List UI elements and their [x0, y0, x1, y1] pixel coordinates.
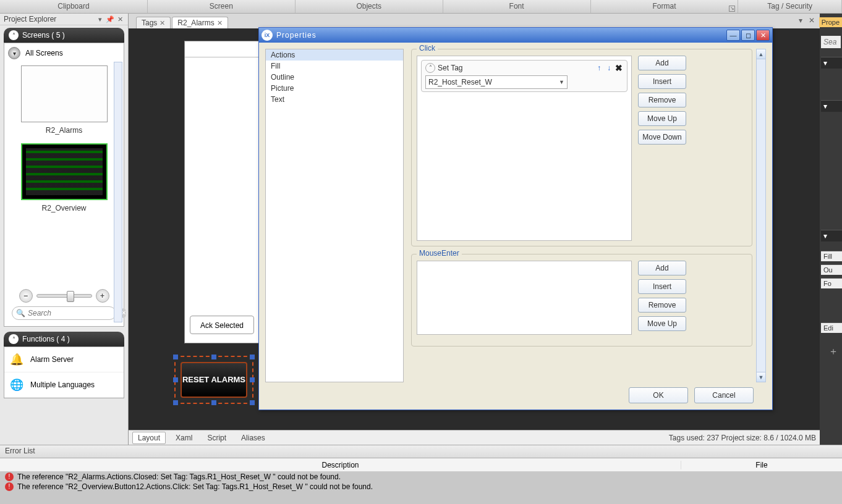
- cancel-button[interactable]: Cancel: [694, 387, 754, 403]
- ribbon-group-objects[interactable]: Objects: [296, 0, 443, 13]
- move-up-button[interactable]: Move Up: [638, 111, 686, 126]
- add-button[interactable]: Add: [638, 261, 686, 275]
- category-picture[interactable]: Picture: [266, 83, 403, 94]
- move-up-icon[interactable]: ↑: [595, 64, 603, 72]
- reset-alarms-button[interactable]: RESET ALARMS: [181, 362, 247, 398]
- scroll-down-icon[interactable]: ▼: [757, 372, 765, 382]
- zoom-in-icon[interactable]: ＋: [828, 345, 838, 358]
- right-search[interactable]: [821, 36, 841, 48]
- right-item-edit[interactable]: Edi: [821, 322, 842, 333]
- move-down-icon[interactable]: ↓: [605, 64, 613, 72]
- view-tab-script[interactable]: Script: [202, 432, 231, 443]
- move-down-button[interactable]: Move Down: [638, 130, 686, 145]
- zoom-out-button[interactable]: −: [19, 289, 33, 303]
- view-tab-aliases[interactable]: Aliases: [236, 432, 270, 443]
- right-item-font[interactable]: Fo: [821, 278, 842, 288]
- chevron-down-icon: ▼: [559, 79, 564, 85]
- search-input[interactable]: [28, 309, 121, 317]
- remove-button[interactable]: Remove: [638, 93, 686, 107]
- screens-list: ▾ All Screens R2_Alarms R2_Overview − +: [4, 43, 124, 327]
- category-fill[interactable]: Fill: [266, 61, 403, 72]
- selected-element[interactable]: RESET ALARMS: [174, 356, 253, 404]
- ribbon-group-clipboard[interactable]: Clipboard: [0, 0, 148, 13]
- close-icon[interactable]: ✕: [159, 19, 165, 27]
- screens-scrollbar[interactable]: [114, 62, 122, 322]
- column-description[interactable]: Description: [0, 461, 681, 469]
- right-section[interactable]: ▾: [821, 100, 842, 112]
- panel-pin-icon[interactable]: 📌: [106, 15, 114, 23]
- dialog-scrollbar[interactable]: ▲ ▼: [756, 49, 766, 382]
- all-screens-item[interactable]: ▾ All Screens: [8, 47, 120, 59]
- tag-dropdown[interactable]: R2_Host_Reset_W▼: [425, 75, 568, 89]
- ok-button[interactable]: OK: [629, 387, 688, 403]
- add-button[interactable]: Add: [638, 56, 686, 70]
- insert-button[interactable]: Insert: [638, 74, 686, 89]
- search-icon: 🔍: [16, 309, 25, 317]
- document-tabs: Tags✕ R2_Alarms✕ ▾ ✕: [129, 14, 820, 28]
- ribbon-group-tag-security[interactable]: Tag / Security: [738, 0, 842, 13]
- screens-accordion-header[interactable]: ˄ Screens ( 5 ): [4, 28, 124, 43]
- properties-panel-tab[interactable]: Prope: [819, 17, 842, 27]
- tab-r2-alarms[interactable]: R2_Alarms✕: [172, 17, 228, 28]
- category-actions[interactable]: Actions: [266, 49, 403, 61]
- move-up-button[interactable]: Move Up: [638, 316, 686, 331]
- panel-close-icon[interactable]: ✕: [116, 15, 124, 23]
- screen-thumb-r2-alarms[interactable]: [21, 65, 108, 122]
- bell-icon: 🔔: [8, 351, 25, 368]
- properties-dialog: iX Properties — ◻ ✕ Actions Fill Outline…: [258, 27, 773, 410]
- ribbon-group-screen[interactable]: Screen: [148, 0, 296, 13]
- format-dialog-launcher-icon[interactable]: ↘: [729, 6, 735, 12]
- error-text: The reference "R2_Overview.Button12.Acti…: [17, 482, 373, 491]
- action-set-tag[interactable]: ˄ Set Tag ↑ ↓ ✖ R2_Host_Reset_W▼: [421, 60, 627, 92]
- project-explorer-title: Project Explorer ▾ 📌 ✕: [0, 14, 128, 25]
- scroll-up-icon[interactable]: ▲: [757, 49, 765, 59]
- error-list-title[interactable]: Error List: [0, 445, 842, 458]
- panel-dropdown-icon[interactable]: ▾: [96, 15, 104, 23]
- tabs-dropdown-icon[interactable]: ▾: [799, 16, 802, 25]
- close-button[interactable]: ✕: [756, 30, 770, 41]
- right-item-fill[interactable]: Fill: [821, 251, 842, 261]
- mouseenter-actions-list: [417, 261, 632, 335]
- view-tab-xaml[interactable]: Xaml: [171, 432, 197, 443]
- function-multiple-languages[interactable]: 🌐 Multiple Languages: [4, 372, 124, 398]
- ribbon-group-labels: Clipboard Screen Objects Font Format↘ Ta…: [0, 0, 842, 14]
- column-file[interactable]: File: [681, 461, 842, 469]
- error-row[interactable]: ! The reference "R2_Overview.Button12.Ac…: [0, 482, 842, 492]
- category-text[interactable]: Text: [266, 94, 403, 105]
- functions-list: 🔔 Alarm Server 🌐 Multiple Languages: [4, 346, 124, 398]
- tab-tags[interactable]: Tags✕: [136, 17, 171, 28]
- zoom-slider[interactable]: [36, 294, 92, 298]
- functions-accordion-header[interactable]: ˄ Functions ( 4 ): [4, 332, 124, 346]
- ack-selected-button[interactable]: Ack Selected: [190, 316, 254, 334]
- screens-search[interactable]: 🔍 ✕: [12, 306, 116, 320]
- error-row[interactable]: ! The reference "R2_Alarms.Actions.Close…: [0, 472, 842, 482]
- close-icon[interactable]: ✕: [217, 19, 223, 27]
- right-section[interactable]: ▾: [821, 57, 842, 69]
- app-logo-icon: iX: [262, 30, 273, 41]
- click-legend: Click: [417, 44, 438, 52]
- remove-button[interactable]: Remove: [638, 298, 686, 313]
- right-search-input[interactable]: [821, 36, 841, 48]
- error-icon: !: [5, 482, 14, 491]
- function-alarm-server[interactable]: 🔔 Alarm Server: [4, 347, 124, 372]
- ribbon-group-font[interactable]: Font: [443, 0, 591, 13]
- tabs-close-icon[interactable]: ✕: [809, 16, 815, 25]
- dialog-titlebar[interactable]: iX Properties — ◻ ✕: [259, 28, 772, 43]
- delete-icon[interactable]: ✖: [614, 63, 623, 73]
- error-text: The reference "R2_Alarms.Actions.Closed:…: [17, 472, 341, 481]
- zoom-in-button[interactable]: +: [96, 289, 109, 303]
- view-tab-layout[interactable]: Layout: [132, 432, 166, 444]
- minimize-button[interactable]: —: [726, 30, 740, 41]
- insert-button[interactable]: Insert: [638, 279, 686, 294]
- screen-thumb-r2-overview[interactable]: [21, 143, 108, 200]
- click-event-group: Click ˄ Set Tag ↑ ↓ ✖: [411, 49, 752, 246]
- maximize-button[interactable]: ◻: [741, 30, 755, 41]
- right-section[interactable]: ▾: [821, 230, 842, 242]
- chevron-up-icon: ˄: [9, 334, 19, 344]
- collapse-icon[interactable]: ˄: [425, 63, 435, 73]
- project-explorer-panel: Project Explorer ▾ 📌 ✕ ˄ Screens ( 5 ) ▾…: [0, 14, 129, 445]
- ribbon-group-format[interactable]: Format↘: [591, 0, 739, 13]
- action-name: Set Tag: [438, 64, 592, 72]
- right-item-outline[interactable]: Ou: [821, 264, 842, 275]
- category-outline[interactable]: Outline: [266, 72, 403, 83]
